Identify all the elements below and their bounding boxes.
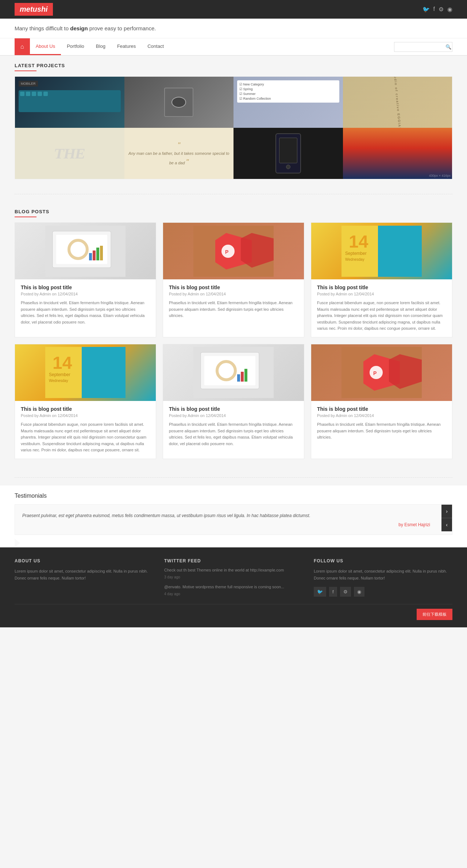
search-input[interactable] bbox=[398, 44, 445, 49]
blog-image[interactable] bbox=[15, 223, 156, 279]
footer-about: ABOUT US Lorem ipsum dolor sit amet, con… bbox=[15, 558, 153, 596]
blog-card: P This is blog post title Posted by Admi… bbox=[163, 222, 304, 337]
footer-bottom: 前往下载模板 bbox=[15, 604, 452, 620]
gear-icon[interactable]: ⚙ bbox=[439, 6, 444, 13]
top-social-icons: 🐦 f ⚙ ◉ bbox=[422, 6, 452, 13]
testimonials-title: Testimonials bbox=[15, 493, 452, 499]
footer-grid: ABOUT US Lorem ipsum dolor sit amet, con… bbox=[15, 558, 452, 596]
nav-features[interactable]: Features bbox=[111, 38, 142, 55]
blog-content: This is blog post title Posted by Admin … bbox=[311, 401, 452, 446]
svg-rect-25 bbox=[204, 356, 255, 385]
blog-meta: Posted by Admin on 12/04/2014 bbox=[21, 292, 150, 296]
blog-image[interactable]: P bbox=[311, 344, 452, 401]
projects-grid: MOBILER bbox=[15, 76, 452, 179]
svg-rect-4 bbox=[89, 253, 92, 260]
latest-projects-title: LATEST PROJECTS bbox=[0, 56, 467, 68]
blog-content: This is blog post title Posted by Admin … bbox=[311, 279, 452, 337]
title-underline bbox=[15, 70, 36, 71]
nav-home-button[interactable]: ⌂ bbox=[15, 38, 30, 55]
nav-portfolio[interactable]: Portfolio bbox=[61, 38, 90, 55]
blog-title: This is blog post title bbox=[317, 406, 446, 412]
tweet-1: Check out th best Themes online in the w… bbox=[164, 568, 303, 579]
blog-card: This is blog post title Posted by Admin … bbox=[15, 222, 156, 337]
nav-contact[interactable]: Contact bbox=[142, 38, 170, 55]
blog-title: This is blog post title bbox=[169, 406, 298, 412]
twitter-icon[interactable]: 🐦 bbox=[422, 6, 430, 13]
search-box[interactable]: 🔍 bbox=[394, 42, 452, 52]
nav-about[interactable]: About Us bbox=[30, 38, 61, 55]
project-item[interactable]: MOBILER bbox=[15, 77, 124, 128]
rss-icon[interactable]: ◉ bbox=[447, 6, 452, 13]
svg-rect-19 bbox=[82, 347, 126, 398]
blog-meta: Posted by Admin on 12/04/2014 bbox=[169, 413, 298, 418]
home-icon: ⌂ bbox=[20, 43, 24, 50]
project-item[interactable] bbox=[234, 128, 343, 179]
logo[interactable]: metushi bbox=[15, 3, 53, 16]
project-item[interactable]: Studio of creative EGGIANT bbox=[343, 77, 452, 128]
footer-twitter-icon[interactable]: 🐦 bbox=[314, 587, 326, 597]
tagline-text: Many things difficult to design prove ea… bbox=[15, 25, 156, 31]
blog-meta: Posted by Admin on 12/04/2014 bbox=[169, 292, 298, 296]
project-item[interactable]: " Any man can be a father, but it takes … bbox=[124, 128, 234, 179]
project-item[interactable]: THE bbox=[15, 128, 124, 179]
divider2 bbox=[15, 477, 452, 478]
testimonials-section: Testimonials Praesent pulvinar, est eget… bbox=[0, 485, 467, 547]
blog-title: This is blog post title bbox=[21, 406, 150, 412]
testimonial-prev-button[interactable]: ‹ bbox=[441, 518, 452, 531]
project-label: Studio of creative EGGIANT bbox=[393, 77, 402, 128]
svg-text:P: P bbox=[225, 249, 228, 255]
tweet-time-1: 3 day ago bbox=[164, 575, 303, 579]
svg-text:14: 14 bbox=[349, 232, 368, 251]
blog-text: Fusce placerat bibendum augue, non posue… bbox=[21, 421, 150, 454]
project-item[interactable]: 430px × 416px bbox=[343, 128, 452, 179]
blog-title: This is blog post title bbox=[317, 284, 446, 290]
footer-settings-icon[interactable]: ⚙ bbox=[340, 587, 351, 597]
blog-image[interactable]: 14 September Wednesday bbox=[311, 223, 452, 279]
footer-twitter: TWITTER FEED Check out th best Themes on… bbox=[164, 558, 303, 596]
project-item[interactable] bbox=[124, 77, 234, 128]
project-item[interactable]: ☑ New Category ☑ Spring ☑ Summer ☑ Rando… bbox=[234, 77, 343, 128]
testimonial-next-button[interactable]: › bbox=[441, 505, 452, 518]
facebook-icon[interactable]: f bbox=[433, 6, 435, 13]
blog-text: Phasellus in tincidunt velit. Etiam ferm… bbox=[169, 421, 298, 447]
blog-meta: Posted by Admin on 12/04/2014 bbox=[317, 292, 446, 296]
navbar: ⌂ About Us Portfolio Blog Features Conta… bbox=[0, 38, 467, 56]
blog-card: 14 September Wednesday This is blog post… bbox=[15, 344, 156, 459]
svg-rect-28 bbox=[241, 372, 244, 382]
footer-rss-icon[interactable]: ◉ bbox=[354, 587, 364, 597]
svg-text:14: 14 bbox=[53, 353, 72, 372]
blog-title: This is blog post title bbox=[21, 284, 150, 290]
blog-image[interactable]: 14 September Wednesday bbox=[15, 344, 156, 401]
testimonial-author: by Esmet Hajrizi bbox=[22, 522, 430, 527]
nav-blog[interactable]: Blog bbox=[90, 38, 111, 55]
testimonial-box: Praesent pulvinar, est eget pharetra eui… bbox=[15, 504, 452, 535]
testimonial-container: Praesent pulvinar, est eget pharetra eui… bbox=[15, 504, 452, 547]
testimonial-arrow bbox=[15, 539, 20, 547]
svg-rect-27 bbox=[237, 374, 240, 382]
blog-image[interactable]: P bbox=[163, 223, 304, 279]
svg-rect-7 bbox=[100, 246, 103, 260]
footer: ABOUT US Lorem ipsum dolor sit amet, con… bbox=[0, 547, 467, 627]
tweet-2: @envato. Motive wordpress theme full res… bbox=[164, 585, 303, 596]
svg-rect-29 bbox=[244, 369, 247, 382]
footer-social-icons: 🐦 f ⚙ ◉ bbox=[314, 587, 452, 597]
blog-text: Phasellus in tincidunt velit. Etiam ferm… bbox=[169, 300, 298, 319]
blog-meta: Posted by Admin on 12/04/2014 bbox=[317, 413, 446, 418]
blog-image[interactable] bbox=[163, 344, 304, 401]
search-icon: 🔍 bbox=[445, 44, 451, 50]
blog-card: This is blog post title Posted by Admin … bbox=[163, 344, 304, 459]
blog-content: This is blog post title Posted by Admin … bbox=[15, 279, 156, 330]
svg-text:Wednesday: Wednesday bbox=[49, 379, 68, 383]
footer-facebook-icon[interactable]: f bbox=[329, 587, 337, 597]
svg-text:Wednesday: Wednesday bbox=[345, 257, 364, 261]
svg-text:P: P bbox=[373, 370, 377, 376]
top-bar: metushi 🐦 f ⚙ ◉ bbox=[0, 0, 467, 19]
svg-text:September: September bbox=[345, 251, 367, 256]
blog-card: P This is blog post title Posted by Admi… bbox=[311, 344, 452, 459]
blog-text: Fusce placerat bibendum augue, non posue… bbox=[317, 300, 446, 332]
svg-rect-14 bbox=[378, 226, 422, 277]
svg-text:September: September bbox=[49, 372, 70, 377]
blog-posts-title: BLOG POSTS bbox=[0, 202, 467, 214]
download-button[interactable]: 前往下载模板 bbox=[417, 609, 452, 620]
tweet-text-2: @envato. Motive wordpress theme full res… bbox=[164, 585, 303, 589]
